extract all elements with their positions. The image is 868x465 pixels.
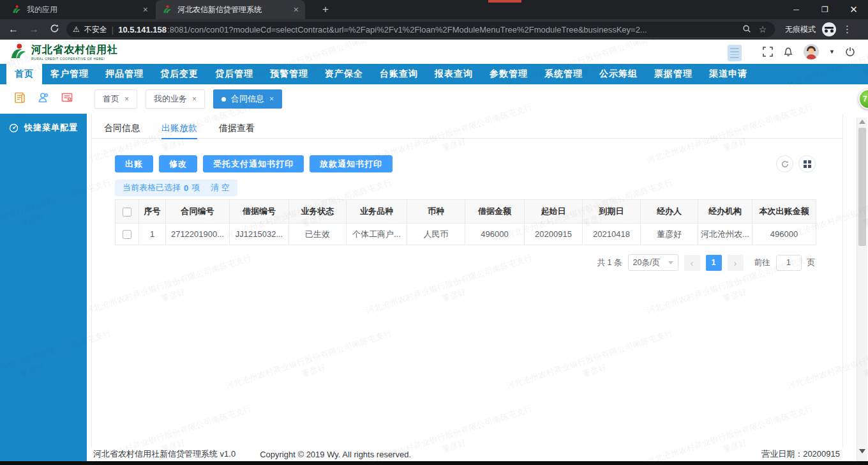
- audit-list-icon[interactable]: [61, 91, 73, 107]
- tab-title: 河北农信新信贷管理系统: [177, 4, 288, 15]
- cell-7: 496000: [465, 224, 525, 245]
- tab-close-icon[interactable]: ×: [269, 95, 274, 103]
- fullscreen-icon[interactable]: [763, 47, 773, 57]
- content-tab-1[interactable]: 合同信息: [104, 118, 140, 139]
- action-button-4[interactable]: 放款通知书打印: [310, 155, 393, 172]
- clear-selection-link[interactable]: 清 空: [211, 182, 230, 194]
- column-settings-button[interactable]: [798, 155, 816, 172]
- nav-item-10[interactable]: 参数管理: [481, 64, 536, 84]
- cell-3: JJ1215032...: [230, 224, 289, 245]
- nav-item-9[interactable]: 报表查询: [426, 64, 481, 84]
- workspace-tab-2[interactable]: 我的业务×: [146, 89, 205, 109]
- chevron-down-icon: [668, 261, 673, 264]
- next-page-button[interactable]: ›: [728, 255, 744, 271]
- notifications-bell-icon[interactable]: [783, 47, 793, 57]
- nav-item-2[interactable]: 客户管理: [42, 64, 97, 84]
- nav-item-6[interactable]: 预警管理: [262, 64, 317, 84]
- rcc-logo-icon: [9, 42, 28, 61]
- browser-menu-icon[interactable]: ⋮: [842, 24, 852, 35]
- back-button[interactable]: ←: [5, 24, 22, 35]
- floating-badge-value: 7: [863, 95, 867, 103]
- logout-power-icon[interactable]: [845, 47, 855, 57]
- grid-icon: [804, 160, 811, 168]
- avatar-caret-icon[interactable]: ▼: [829, 49, 835, 55]
- refresh-table-button[interactable]: [776, 155, 793, 172]
- action-button-2[interactable]: 修改: [159, 155, 197, 172]
- warning-icon: ⚠: [73, 25, 80, 34]
- column-header-1: 序号: [139, 200, 166, 224]
- sidebar-item-quick-menu-config[interactable]: 快捷菜单配置: [0, 114, 87, 142]
- minimize-button[interactable]: ─: [782, 0, 811, 19]
- tab-close-icon[interactable]: ×: [124, 95, 129, 103]
- current-page[interactable]: 1: [706, 255, 722, 271]
- column-header-7: 借据金额: [465, 200, 525, 224]
- workspace-tabstrip: 首页×我的业务×合同信息×: [0, 84, 868, 114]
- url-path: :8081/con/con01?moduleCd=selectContract&…: [167, 25, 737, 34]
- cell-5: 个体工商户...: [347, 224, 407, 245]
- content-tabs: 合同信息出账放款借据查看: [92, 118, 842, 139]
- goto-label: 前往: [754, 257, 770, 268]
- nav-item-12[interactable]: 公示筹组: [591, 64, 646, 84]
- nav-item-14[interactable]: 渠道申请: [701, 64, 756, 84]
- recording-indicator: [488, 0, 521, 3]
- document-icon[interactable]: [13, 91, 26, 107]
- workspace-tab-1[interactable]: 首页×: [94, 89, 137, 109]
- cell-4: 已生效: [289, 224, 347, 245]
- customer-person-icon[interactable]: [37, 91, 50, 107]
- new-tab-button[interactable]: +: [318, 3, 333, 18]
- nav-item-3[interactable]: 押品管理: [97, 64, 152, 84]
- logo-subtitle: RURAL CREDIT COOPERATIVE OF HEBEI: [31, 57, 118, 61]
- action-button-1[interactable]: 出账: [115, 155, 153, 172]
- tab-close-icon[interactable]: ×: [294, 4, 299, 15]
- row-checkbox[interactable]: [123, 230, 131, 239]
- nav-item-1[interactable]: 首页: [6, 64, 42, 84]
- selection-text: 当前表格已选择: [123, 182, 181, 194]
- column-header-4: 业务状态: [289, 200, 347, 224]
- scroll-up-arrow-icon[interactable]: [859, 119, 865, 124]
- cell-12: 496000: [752, 224, 816, 245]
- restore-button[interactable]: ❐: [811, 0, 839, 19]
- tab-close-icon[interactable]: ×: [192, 95, 197, 103]
- selection-bar: 当前表格已选择 0 项 清 空: [115, 179, 237, 196]
- nav-item-4[interactable]: 贷后变更: [152, 64, 207, 84]
- reload-button[interactable]: [46, 24, 63, 36]
- scrollbar-thumb[interactable]: [858, 128, 866, 246]
- close-button[interactable]: ✕: [839, 0, 868, 19]
- content-tab-3[interactable]: 借据查看: [219, 118, 255, 139]
- security-label[interactable]: 不安全: [84, 24, 107, 35]
- nav-item-11[interactable]: 系统管理: [536, 64, 591, 84]
- nav-item-13[interactable]: 票据管理: [646, 64, 701, 84]
- nav-item-5[interactable]: 贷后管理: [207, 64, 262, 84]
- zoom-icon[interactable]: [741, 24, 752, 35]
- url-host: 10.5.141.158: [118, 25, 167, 34]
- tab-close-icon[interactable]: ×: [143, 4, 148, 15]
- app-header: 河北省农村信用社 RURAL CREDIT COOPERATIVE OF HEB…: [0, 40, 868, 64]
- workspace-tab-3[interactable]: 合同信息×: [213, 89, 282, 109]
- nav-item-7[interactable]: 资产保全: [317, 64, 371, 84]
- forward-button[interactable]: →: [26, 24, 42, 35]
- column-header-3: 借据编号: [230, 200, 289, 224]
- cell-2: 2712201900...: [166, 224, 230, 245]
- user-avatar[interactable]: [804, 44, 819, 59]
- content-tab-2[interactable]: 出账放款: [161, 118, 197, 139]
- browser-tab-credit-system[interactable]: 河北农信新信贷管理系统 ×: [156, 0, 305, 19]
- browser-tab-my-apps[interactable]: 我的应用 ×: [5, 0, 154, 19]
- bookmark-star-icon[interactable]: ☆: [757, 24, 768, 34]
- select-all-checkbox[interactable]: [123, 208, 131, 217]
- prev-page-button[interactable]: ‹: [684, 255, 700, 271]
- quick-panel-handle[interactable]: [728, 45, 742, 61]
- scroll-down-arrow-icon[interactable]: [859, 449, 865, 454]
- goto-page-input[interactable]: [776, 255, 802, 271]
- sidebar-item-label: 快捷菜单配置: [24, 122, 78, 133]
- loan-table: 序号合同编号借据编号业务状态业务品种币种借据金额起始日到期日经办人经办机构本次出…: [115, 199, 816, 245]
- browser-tab-bar: 我的应用 × 河北农信新信贷管理系统 × + ─ ❐ ✕: [0, 0, 868, 19]
- url-separator: |: [112, 25, 114, 34]
- rcc-favicon-icon: [11, 4, 22, 15]
- address-bar[interactable]: ⚠ 不安全 | 10.5.141.158 :8081/con/con01?mod…: [66, 22, 775, 37]
- table-row[interactable]: 12712201900...JJ1215032...已生效个体工商户...人民币…: [116, 224, 816, 245]
- action-button-3[interactable]: 受托支付通知书打印: [203, 155, 304, 172]
- page-size-select[interactable]: 20条/页: [628, 254, 678, 271]
- vertical-scrollbar[interactable]: [857, 118, 867, 461]
- column-header-10: 经办人: [641, 200, 698, 224]
- nav-item-8[interactable]: 台账查询: [371, 64, 426, 84]
